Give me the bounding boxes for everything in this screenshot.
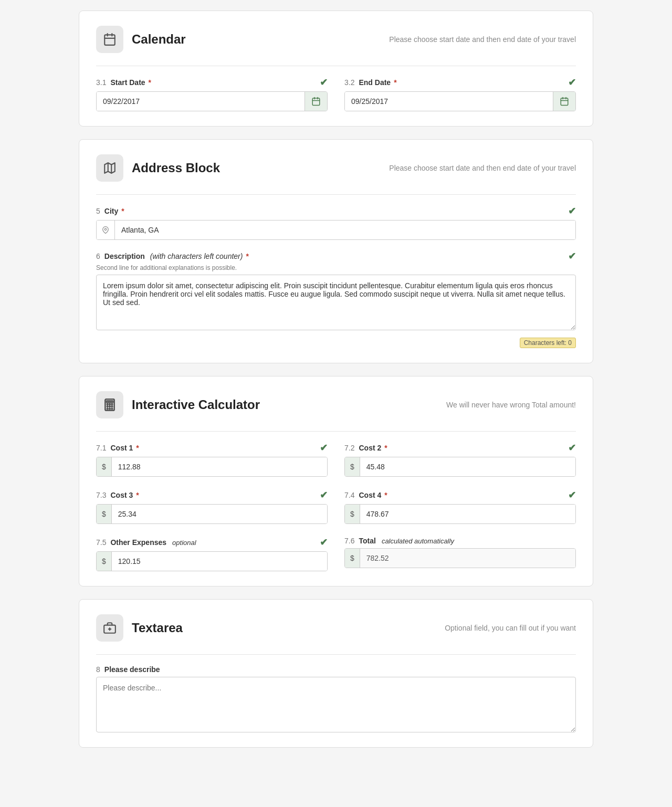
cost1-input[interactable] xyxy=(112,457,327,476)
city-input-wrapper xyxy=(96,220,576,240)
textarea-header: Textarea Optional field, you can fill ou… xyxy=(96,614,576,642)
total-input-wrapper: $ xyxy=(344,548,576,568)
city-group: 5 City * ✔ xyxy=(96,205,576,240)
total-auto-label: calculated automatically xyxy=(382,537,454,545)
description-sublabel: Second line for additional explanations … xyxy=(96,264,576,271)
city-required: * xyxy=(121,207,124,215)
cost3-label: 7.3 Cost 3 * ✔ xyxy=(96,489,328,501)
calculator-title: Interactive Calculator xyxy=(132,397,260,412)
textarea-title: Textarea xyxy=(132,621,183,635)
svg-point-29 xyxy=(107,404,108,405)
other-expenses-label: 7.5 Other Expenses optional ✔ xyxy=(96,537,328,548)
other-expenses-optional: optional xyxy=(172,539,196,547)
end-date-input[interactable] xyxy=(345,92,553,111)
description-required: * xyxy=(246,252,248,260)
calculator-description: We will never have wrong Total amount! xyxy=(446,401,576,409)
textarea-section: Textarea Optional field, you can fill ou… xyxy=(79,599,593,748)
other-expenses-dollar-icon: $ xyxy=(97,552,112,571)
textarea-description: Optional field, you can fill out if you … xyxy=(445,624,576,632)
calendar-fields: 3.1 Start Date * ✔ xyxy=(96,77,576,111)
start-date-group: 3.1 Start Date * ✔ xyxy=(96,77,328,111)
description-label-suffix: (with characters left counter) xyxy=(150,252,243,260)
city-input[interactable] xyxy=(115,221,575,239)
end-date-required: * xyxy=(394,78,396,87)
cost4-check: ✔ xyxy=(568,489,576,501)
start-date-required: * xyxy=(149,78,151,87)
city-check: ✔ xyxy=(568,205,576,217)
cost4-input[interactable] xyxy=(360,505,575,523)
svg-point-30 xyxy=(109,404,110,405)
cost2-required: * xyxy=(384,444,387,452)
cost3-dollar-icon: $ xyxy=(97,505,112,523)
cost2-check: ✔ xyxy=(568,442,576,454)
cost4-dollar-icon: $ xyxy=(345,505,360,523)
cost3-input[interactable] xyxy=(112,505,327,523)
cost4-label: 7.4 Cost 4 * ✔ xyxy=(344,489,576,501)
page-wrapper: Calendar Please choose start date and th… xyxy=(79,11,593,748)
description-textarea[interactable]: Lorem ipsum dolor sit amet, consectetur … xyxy=(96,275,576,330)
svg-rect-0 xyxy=(104,35,115,45)
end-date-check: ✔ xyxy=(568,77,576,88)
svg-point-33 xyxy=(109,406,110,407)
description-group: 6 Description (with characters left coun… xyxy=(96,250,576,348)
calculator-section: Interactive Calculator We will never hav… xyxy=(79,376,593,586)
start-date-check: ✔ xyxy=(320,77,328,88)
cost1-group: 7.1 Cost 1 * ✔ $ xyxy=(96,442,328,477)
end-date-group: 3.2 End Date * ✔ xyxy=(344,77,576,111)
calendar-section: Calendar Please choose start date and th… xyxy=(79,11,593,127)
cost3-check: ✔ xyxy=(320,489,328,501)
start-date-calendar-btn[interactable] xyxy=(304,92,327,111)
cost3-input-wrapper: $ xyxy=(96,504,328,524)
end-date-calendar-btn[interactable] xyxy=(553,92,575,111)
total-group: 7.6 Total calculated automatically $ xyxy=(344,537,576,571)
calendar-header: Calendar Please choose start date and th… xyxy=(96,26,576,53)
textarea-section-icon xyxy=(96,614,123,642)
address-header: Address Block Please choose start date a… xyxy=(96,154,576,182)
city-label: 5 City * ✔ xyxy=(96,205,576,217)
address-description: Please choose start date and then end da… xyxy=(389,164,576,172)
cost2-input-wrapper: $ xyxy=(344,457,576,477)
svg-point-35 xyxy=(107,408,108,410)
cost4-required: * xyxy=(384,491,387,499)
cost1-input-wrapper: $ xyxy=(96,457,328,477)
other-expenses-input-wrapper: $ xyxy=(96,551,328,571)
calendar-title: Calendar xyxy=(132,32,186,47)
svg-point-37 xyxy=(111,408,112,410)
start-date-input-wrapper xyxy=(96,91,328,111)
characters-left-row: Characters left: 0 xyxy=(96,336,576,348)
svg-point-32 xyxy=(107,406,108,407)
cost1-check: ✔ xyxy=(320,442,328,454)
cost4-group: 7.4 Cost 4 * ✔ $ xyxy=(344,489,576,524)
other-expenses-input[interactable] xyxy=(112,552,327,571)
description-check: ✔ xyxy=(568,250,576,262)
describe-label: 8 Please describe xyxy=(96,665,576,674)
cost2-input[interactable] xyxy=(360,457,575,476)
svg-point-15 xyxy=(104,228,107,230)
calculator-icon xyxy=(96,391,123,418)
cost4-input-wrapper: $ xyxy=(344,504,576,524)
cost2-label: 7.2 Cost 2 * ✔ xyxy=(344,442,576,454)
total-label: 7.6 Total calculated automatically xyxy=(344,537,576,545)
start-date-label: 3.1 Start Date * ✔ xyxy=(96,77,328,88)
start-date-input[interactable] xyxy=(97,92,304,111)
cost1-required: * xyxy=(136,444,139,452)
svg-point-31 xyxy=(111,404,112,405)
address-title: Address Block xyxy=(132,161,220,175)
cost2-group: 7.2 Cost 2 * ✔ $ xyxy=(344,442,576,477)
calendar-description: Please choose start date and then end da… xyxy=(389,35,576,44)
other-expenses-check: ✔ xyxy=(320,537,328,548)
total-dollar-icon: $ xyxy=(345,549,360,568)
calculator-fields: 7.1 Cost 1 * ✔ $ 7.2 Cost 2 * ✔ xyxy=(96,442,576,571)
end-date-input-wrapper xyxy=(344,91,576,111)
svg-point-34 xyxy=(111,406,112,407)
address-section: Address Block Please choose start date a… xyxy=(79,139,593,363)
other-expenses-group: 7.5 Other Expenses optional ✔ $ xyxy=(96,537,328,571)
svg-rect-8 xyxy=(561,98,568,106)
describe-group: 8 Please describe xyxy=(96,665,576,732)
describe-textarea[interactable] xyxy=(96,677,576,732)
svg-point-36 xyxy=(109,408,110,410)
location-icon xyxy=(97,221,115,239)
description-label: 6 Description (with characters left coun… xyxy=(96,250,576,262)
total-input[interactable] xyxy=(360,549,575,568)
calendar-icon xyxy=(96,26,123,53)
